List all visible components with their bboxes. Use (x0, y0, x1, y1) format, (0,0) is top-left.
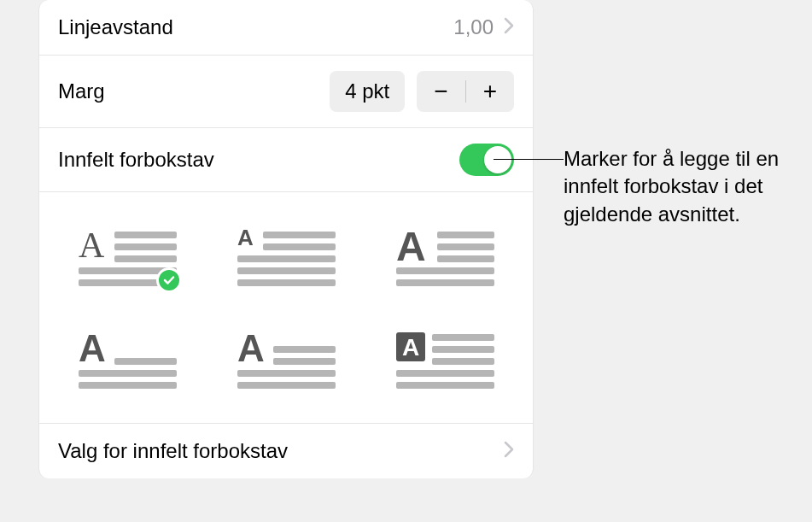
dropcap-style-2[interactable]: A (224, 226, 348, 286)
margin-value: 4 pkt (330, 71, 405, 112)
svg-rect-26 (237, 382, 336, 389)
svg-rect-1 (114, 232, 177, 238)
dropcap-style-icon: A (79, 329, 177, 389)
dropcap-style-1[interactable]: A (65, 226, 190, 286)
dropcap-options-row[interactable]: Valg for innfelt forbokstav (39, 424, 533, 478)
toggle-knob (484, 146, 511, 173)
dropcap-toggle[interactable] (459, 144, 514, 176)
svg-rect-10 (237, 267, 336, 274)
dropcap-options-label: Valg for innfelt forbokstav (58, 439, 288, 463)
svg-rect-21 (79, 382, 177, 389)
svg-rect-19 (114, 358, 177, 365)
line-spacing-label: Linjeavstand (58, 15, 173, 39)
dropcap-style-grid: A A (39, 192, 533, 424)
svg-rect-15 (437, 255, 494, 262)
svg-rect-9 (237, 255, 336, 262)
svg-rect-31 (432, 358, 494, 365)
svg-text:A: A (79, 226, 105, 265)
settings-panel: Linjeavstand 1,00 Marg 4 pkt − + Innfelt… (38, 0, 534, 478)
dropcap-style-icon: A (396, 329, 494, 389)
svg-text:A: A (401, 334, 418, 361)
dropcap-style-6[interactable]: A (383, 329, 507, 389)
dropcap-row: Innfelt forbokstav (39, 128, 533, 192)
svg-text:A: A (79, 329, 106, 369)
svg-rect-32 (396, 370, 494, 377)
margin-stepper: − + (417, 71, 514, 112)
svg-rect-2 (114, 243, 177, 250)
margin-row: Marg 4 pkt − + (39, 56, 533, 128)
annotation-text: Marker for å legge til en innfelt forbok… (564, 145, 803, 228)
dropcap-style-5[interactable]: A (224, 329, 348, 389)
svg-text:A: A (237, 226, 254, 250)
chevron-right-icon (504, 439, 514, 463)
svg-text:A: A (237, 329, 265, 369)
check-icon (156, 267, 182, 293)
margin-controls: 4 pkt − + (330, 71, 514, 112)
callout-line (494, 159, 564, 160)
svg-rect-3 (114, 255, 177, 262)
line-spacing-value-group: 1,00 (453, 15, 514, 39)
svg-rect-13 (437, 232, 494, 238)
svg-rect-20 (79, 370, 177, 377)
margin-increase-button[interactable]: + (466, 71, 514, 112)
svg-rect-33 (396, 382, 494, 389)
dropcap-label: Innfelt forbokstav (58, 148, 214, 172)
line-spacing-row[interactable]: Linjeavstand 1,00 (39, 0, 533, 56)
svg-rect-14 (437, 243, 494, 250)
dropcap-style-icon: A (237, 226, 336, 286)
margin-label: Marg (58, 79, 105, 103)
chevron-right-icon (504, 15, 514, 39)
svg-rect-25 (237, 370, 336, 377)
svg-text:A: A (396, 226, 426, 269)
margin-decrease-button[interactable]: − (417, 71, 464, 112)
svg-rect-29 (432, 334, 494, 341)
svg-rect-23 (273, 346, 336, 353)
svg-rect-7 (263, 232, 336, 238)
svg-rect-17 (396, 279, 494, 286)
svg-rect-11 (237, 279, 336, 286)
dropcap-style-4[interactable]: A (65, 329, 190, 389)
svg-rect-16 (396, 267, 494, 274)
dropcap-style-icon: A (237, 329, 336, 389)
dropcap-style-3[interactable]: A (383, 226, 507, 286)
dropcap-style-icon: A (79, 226, 177, 286)
dropcap-style-icon: A (396, 226, 494, 286)
line-spacing-value: 1,00 (453, 15, 494, 39)
svg-rect-24 (273, 358, 336, 365)
svg-rect-30 (432, 346, 494, 353)
svg-rect-8 (263, 243, 336, 250)
